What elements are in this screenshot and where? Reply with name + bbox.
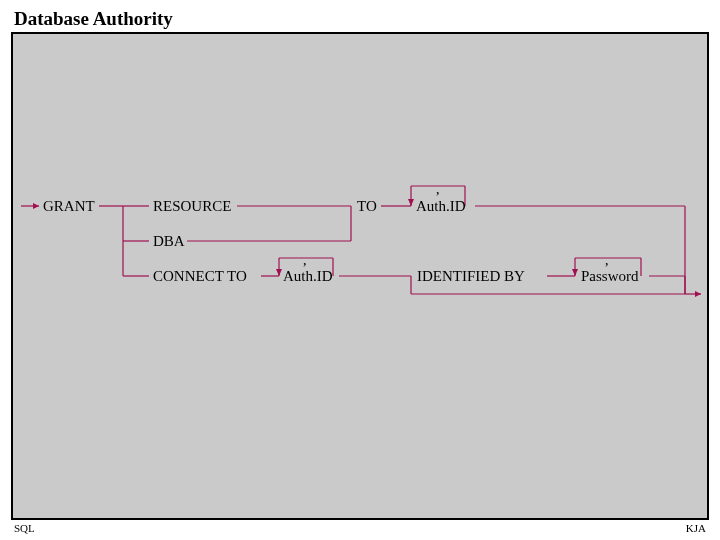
kw-resource: RESOURCE <box>153 198 231 214</box>
kw-authid-top: Auth.ID <box>416 198 466 214</box>
svg-marker-11 <box>408 199 414 206</box>
kw-identified-by: IDENTIFIED BY <box>417 268 525 284</box>
kw-dba: DBA <box>153 233 185 249</box>
kw-to: TO <box>357 198 377 214</box>
diagram-panel: GRANT RESOURCE TO , Auth.ID DBA CONNECT … <box>11 32 709 520</box>
kw-grant: GRANT <box>43 198 95 214</box>
svg-marker-27 <box>572 269 578 276</box>
footer-left: SQL <box>14 522 35 534</box>
svg-marker-1 <box>33 203 39 209</box>
comma-top: , <box>436 182 440 197</box>
svg-marker-21 <box>276 269 282 276</box>
page-title: Database Authority <box>14 8 173 30</box>
comma-right: , <box>605 253 609 268</box>
footer-right: KJA <box>686 522 706 534</box>
kw-authid-mid: Auth.ID <box>283 268 333 284</box>
comma-mid: , <box>303 253 307 268</box>
svg-marker-33 <box>695 291 701 297</box>
kw-connect-to: CONNECT TO <box>153 268 247 284</box>
kw-password: Password <box>581 268 639 284</box>
